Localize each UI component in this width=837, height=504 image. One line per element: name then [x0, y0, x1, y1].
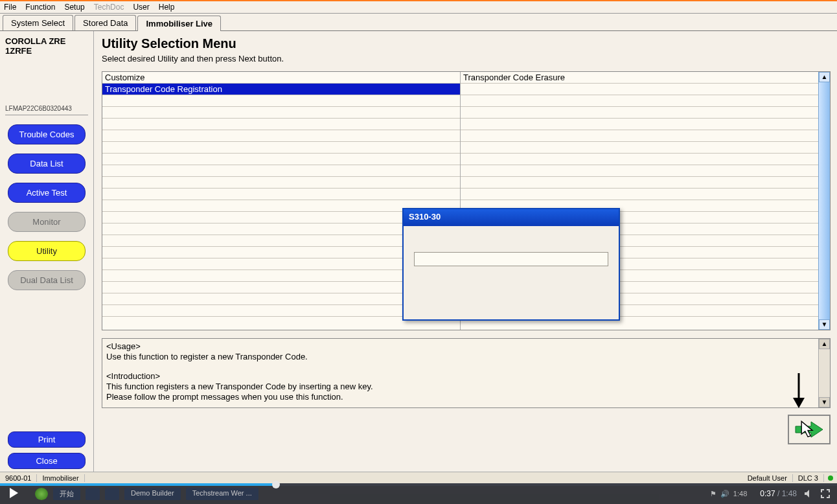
trouble-codes-button[interactable]: Trouble Codes: [8, 124, 86, 144]
grid-cell-empty: [102, 119, 460, 130]
volume-icon[interactable]: [803, 488, 814, 499]
status-dlc: DLC 3: [793, 474, 824, 482]
progress-bar: [414, 252, 608, 266]
grid-cell-empty: [102, 177, 460, 189]
menu-help[interactable]: Help: [159, 3, 175, 12]
grid-cell-empty: [102, 189, 460, 200]
video-player-bar: 开始 Demo Builder Techstream Wer ... ⚑ 🔊 1…: [0, 483, 837, 504]
grid-scrollbar[interactable]: ▲ ▼: [818, 72, 830, 330]
grid-cell-transponder-reg[interactable]: Transponder Code Registration: [102, 84, 460, 95]
description-box: <Usage> Use this function to register a …: [102, 338, 831, 408]
status-bar: 9600-01 Immobiliser Default User DLC 3: [0, 472, 837, 483]
desc-usage-header: <Usage>: [106, 341, 814, 352]
close-button[interactable]: Close: [8, 453, 86, 469]
taskbar: 开始 Demo Builder Techstream Wer ...: [35, 488, 258, 500]
menu-bar: File Function Setup TechDoc User Help: [0, 1, 837, 14]
menu-techdoc: TechDoc: [94, 3, 124, 12]
grid-cell-empty: [461, 107, 818, 119]
monitor-button: Monitor: [8, 212, 86, 232]
tab-immobiliser-live[interactable]: Immobiliser Live: [137, 16, 221, 31]
status-indicator-icon: [828, 475, 833, 481]
menu-file[interactable]: File: [4, 3, 16, 12]
video-progress-knob[interactable]: [272, 481, 280, 488]
desc-intro-text1: This function registers a new Transponde…: [106, 382, 814, 392]
progress-dialog: S310-30: [402, 208, 620, 321]
grid-cell-empty: [102, 130, 460, 142]
desc-intro-header: <Introduction>: [106, 371, 814, 382]
data-list-button[interactable]: Data List: [8, 154, 86, 174]
description-text: <Usage> Use this function to register a …: [102, 339, 818, 407]
grid-cell-empty: [461, 119, 818, 130]
vehicle-name: COROLLA ZRE 1ZRFE: [5, 36, 88, 56]
grid-cell-transponder-erase[interactable]: Transponder Code Erasure: [461, 72, 818, 84]
taskbar-item[interactable]: [105, 488, 119, 500]
grid-cell-empty: [102, 165, 460, 177]
grid-cell-empty: [461, 95, 818, 107]
taskbar-item[interactable]: 开始: [53, 488, 80, 500]
scroll-down-icon[interactable]: ▼: [819, 319, 830, 330]
print-button[interactable]: Print: [8, 431, 86, 448]
taskbar-item[interactable]: Demo Builder: [124, 488, 181, 500]
status-user: Default User: [742, 474, 793, 482]
tab-stored-data[interactable]: Stored Data: [75, 15, 136, 30]
grid-cell-empty: [461, 165, 818, 177]
scroll-up-icon[interactable]: ▲: [819, 339, 830, 349]
menu-function[interactable]: Function: [25, 3, 55, 12]
tray-clock: 1:48: [733, 490, 747, 498]
menu-user[interactable]: User: [133, 3, 149, 12]
vehicle-line1: COROLLA ZRE: [5, 36, 88, 46]
taskbar-item[interactable]: [86, 488, 100, 500]
video-time-current: 0:37: [760, 489, 775, 498]
status-system: Immobiliser: [37, 474, 84, 482]
scroll-down-icon[interactable]: ▼: [819, 397, 830, 407]
active-test-button[interactable]: Active Test: [8, 183, 86, 203]
dialog-title: S310-30: [404, 209, 619, 226]
scroll-up-icon[interactable]: ▲: [819, 72, 830, 82]
vehicle-line2: 1ZRFE: [5, 46, 88, 56]
grid-cell-empty: [461, 177, 818, 189]
grid-cell-empty: [461, 142, 818, 154]
tab-system-select[interactable]: System Select: [3, 15, 73, 30]
play-button[interactable]: [8, 487, 19, 501]
video-time-total: 1:48: [782, 489, 797, 498]
next-arrow-icon: [794, 420, 824, 439]
video-time: 0:37 / 1:48: [760, 489, 797, 498]
grid-cell-empty: [102, 142, 460, 154]
fullscreen-icon[interactable]: [820, 488, 831, 499]
tray-icon: ⚑: [710, 490, 717, 498]
tray-icon: 🔊: [720, 490, 729, 498]
grid-cell-customize[interactable]: Customize: [102, 72, 460, 84]
grid-cell-empty: [102, 95, 460, 107]
page-title: Utility Selection Menu: [102, 36, 831, 51]
sidebar: COROLLA ZRE 1ZRFE LFMAP22C6B0320443 Trou…: [0, 31, 94, 477]
status-code: 9600-01: [0, 474, 37, 482]
page-subtitle: Select desired Utility and then press Ne…: [102, 54, 831, 63]
menu-setup[interactable]: Setup: [64, 3, 84, 12]
main-panel: Utility Selection Menu Select desired Ut…: [94, 31, 837, 477]
grid-cell-empty: [461, 189, 818, 200]
grid-cell-empty: [102, 107, 460, 119]
description-scrollbar[interactable]: ▲ ▼: [818, 339, 830, 407]
start-orb-icon[interactable]: [35, 488, 48, 500]
grid-cell-empty: [461, 84, 818, 95]
next-button[interactable]: [788, 415, 831, 444]
desc-intro-text2: Please follow the prompt messages when y…: [106, 392, 814, 402]
grid-cell-empty: [461, 130, 818, 142]
desc-usage-text: Use this function to register a new Tran…: [106, 352, 814, 362]
grid-cell-empty: [461, 154, 818, 165]
tab-row: System Select Stored Data Immobiliser Li…: [0, 14, 837, 31]
vehicle-vin: LFMAP22C6B0320443: [5, 105, 88, 115]
utility-button[interactable]: Utility: [8, 241, 86, 261]
dual-data-list-button: Dual Data List: [8, 270, 86, 290]
grid-cell-empty: [102, 154, 460, 165]
taskbar-item[interactable]: Techstream Wer ...: [186, 488, 258, 500]
system-tray: ⚑ 🔊 1:48: [710, 490, 747, 498]
video-progress[interactable]: [0, 483, 837, 486]
